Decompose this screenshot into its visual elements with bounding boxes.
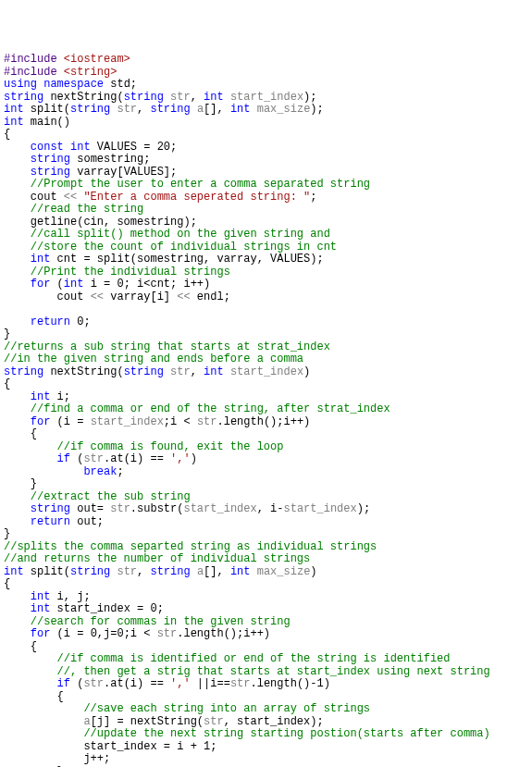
code-token: int bbox=[4, 103, 24, 116]
code-line: string somestring; bbox=[4, 154, 532, 167]
code-token: somestring; bbox=[70, 153, 150, 166]
code-line: //read the string bbox=[4, 204, 532, 216]
code-token: ) bbox=[191, 452, 197, 465]
code-token: ; bbox=[310, 191, 316, 204]
code-line: if (str.at(i) == ',' ||i==str.length()-1… bbox=[4, 678, 532, 691]
code-token: <string> bbox=[64, 66, 118, 79]
code-token: } bbox=[4, 328, 10, 340]
code-token: max_size bbox=[257, 565, 311, 578]
code-token: main() bbox=[24, 116, 70, 129]
code-token: { bbox=[4, 377, 10, 390]
code-token: .at(i) == bbox=[104, 452, 170, 465]
code-token: //, then get a strig that starts at star… bbox=[57, 665, 490, 678]
code-token: str bbox=[204, 715, 224, 728]
code-token: (i = bbox=[50, 415, 90, 428]
code-token: if bbox=[57, 452, 70, 465]
code-token bbox=[4, 665, 57, 678]
code-token bbox=[164, 365, 170, 378]
code-token: //Prompt the user to enter a comma separ… bbox=[31, 178, 370, 191]
code-token bbox=[251, 103, 257, 116]
code-line: //if comma is found, exit the loop bbox=[4, 441, 532, 454]
code-token: string bbox=[31, 153, 70, 166]
code-token: max_size bbox=[257, 103, 311, 116]
code-token bbox=[164, 91, 170, 104]
code-token bbox=[224, 91, 230, 104]
code-line: //, then get a strig that starts at star… bbox=[4, 666, 532, 679]
code-token: .length();i++) bbox=[217, 415, 310, 428]
code-token: using bbox=[4, 78, 37, 91]
code-token: start_index bbox=[230, 91, 303, 104]
code-line bbox=[4, 303, 532, 316]
code-line: //splits the comma separted string as in… bbox=[4, 541, 532, 554]
code-token: str bbox=[117, 103, 137, 116]
code-line: cout << varray[i] << endl; bbox=[4, 291, 532, 304]
code-token: ); bbox=[303, 91, 316, 104]
code-token: int bbox=[31, 590, 51, 603]
code-token bbox=[4, 727, 83, 740]
code-token bbox=[4, 415, 31, 428]
code-token: for bbox=[31, 415, 51, 428]
code-line: start_index = i + 1; bbox=[4, 741, 532, 754]
code-token: , bbox=[137, 103, 150, 116]
code-line: return 0; bbox=[4, 316, 532, 329]
code-line: //extract the sub string bbox=[4, 491, 532, 504]
code-token: .at(i) == bbox=[104, 677, 170, 690]
code-token: string bbox=[31, 166, 70, 179]
code-token: , bbox=[191, 365, 204, 378]
code-token: string bbox=[70, 565, 110, 578]
code-token: for bbox=[31, 278, 51, 291]
code-token: [j] = nextString( bbox=[91, 715, 204, 728]
code-token: //update the next string starting postio… bbox=[83, 727, 489, 740]
code-token: start_index bbox=[230, 365, 303, 378]
code-token: //Print the individual strings bbox=[31, 266, 230, 278]
code-token: return bbox=[31, 315, 70, 328]
code-token bbox=[4, 452, 57, 465]
code-token bbox=[4, 652, 57, 665]
code-token: string bbox=[124, 365, 164, 378]
code-token: string bbox=[150, 565, 190, 578]
code-token: ',' bbox=[170, 677, 191, 690]
code-token: [], bbox=[204, 103, 230, 116]
code-token: cout bbox=[4, 191, 64, 204]
code-token: int bbox=[204, 91, 224, 104]
code-token: str bbox=[230, 677, 251, 690]
code-token: ); bbox=[357, 502, 370, 515]
code-line: string nextString(string str, int start_… bbox=[4, 92, 532, 105]
code-token bbox=[4, 253, 31, 266]
code-line: const int VALUES = 20; bbox=[4, 142, 532, 155]
code-token: #include bbox=[4, 66, 64, 79]
code-token: for bbox=[31, 627, 51, 640]
code-line: int i, j; bbox=[4, 591, 532, 604]
code-token: endl; bbox=[191, 291, 230, 303]
code-line: //Prompt the user to enter a comma separ… bbox=[4, 179, 532, 192]
code-line: #include <string> bbox=[4, 67, 532, 80]
code-token: , bbox=[137, 565, 150, 578]
code-token: //read the string bbox=[31, 203, 143, 216]
code-token: int bbox=[64, 278, 84, 291]
code-token bbox=[4, 390, 31, 403]
code-token: VALUES = 20; bbox=[91, 141, 178, 154]
code-token: cout bbox=[4, 291, 91, 303]
code-token: int bbox=[4, 565, 24, 578]
code-token: str bbox=[157, 627, 178, 640]
code-token: str bbox=[170, 91, 191, 104]
code-token: i, j; bbox=[50, 590, 90, 603]
code-token: str bbox=[83, 677, 104, 690]
code-line: cout << "Enter a comma seperated string:… bbox=[4, 192, 532, 204]
code-token: if bbox=[57, 677, 70, 690]
code-token: string bbox=[4, 365, 43, 378]
code-token: { bbox=[4, 577, 10, 590]
code-token: a bbox=[83, 715, 90, 728]
code-token: i; bbox=[50, 390, 70, 403]
code-token bbox=[4, 141, 31, 154]
code-token: cnt = split(somestring, varray, VALUES); bbox=[50, 253, 323, 266]
code-token: 0; bbox=[70, 315, 91, 328]
code-token bbox=[4, 166, 31, 179]
code-token: int bbox=[4, 116, 24, 129]
code-line: for (i = start_index;i < str.length();i+… bbox=[4, 416, 532, 429]
code-token: start_index bbox=[183, 502, 256, 515]
code-token bbox=[4, 490, 31, 503]
code-token bbox=[4, 178, 31, 191]
code-token: , i- bbox=[257, 502, 284, 515]
code-line: for (i = 0,j=0;i < str.length();i++) bbox=[4, 628, 532, 641]
